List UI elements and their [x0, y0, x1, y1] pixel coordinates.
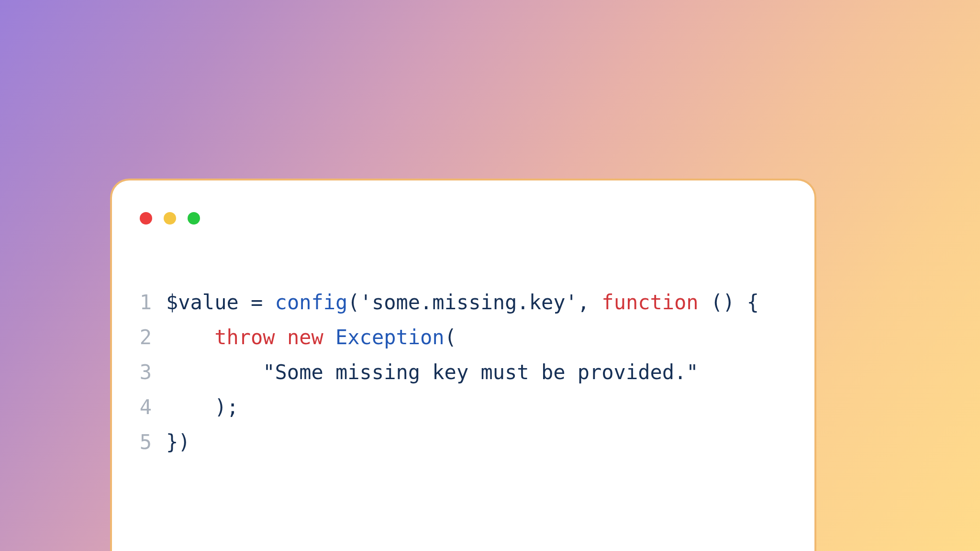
code-token: () { — [699, 291, 759, 314]
code-line: 4 ); — [138, 390, 759, 425]
code-token — [275, 326, 287, 349]
code-line: 5}) — [138, 425, 759, 460]
close-icon[interactable] — [140, 212, 152, 225]
code-line: 3 "Some missing key must be provided." — [138, 355, 759, 390]
code-token — [239, 291, 251, 314]
code-token: new — [287, 326, 323, 349]
code-token: throw — [214, 326, 275, 349]
code-token — [323, 326, 335, 349]
code-line: 2 throw new Exception( — [138, 320, 759, 355]
code-token — [166, 326, 214, 349]
code-token: 'some.missing.key' — [360, 291, 578, 314]
line-number: 2 — [138, 320, 166, 355]
code-token: "Some missing key must be provided." — [263, 360, 698, 384]
code-token: ( — [347, 291, 359, 314]
line-number: 3 — [138, 355, 166, 390]
code-token: , — [578, 291, 602, 314]
code-token: ); — [166, 395, 239, 419]
code-token: ( — [445, 326, 457, 349]
editor-window: 1$value = config('some.missing.key', fun… — [110, 179, 816, 551]
code-content: ); — [166, 390, 239, 425]
line-number: 5 — [138, 425, 166, 460]
code-token: }) — [166, 430, 190, 454]
code-line: 1$value = config('some.missing.key', fun… — [138, 285, 759, 320]
code-token — [263, 291, 275, 314]
line-number: 1 — [138, 285, 166, 320]
code-content: "Some missing key must be provided." — [166, 355, 699, 390]
code-content: }) — [166, 425, 190, 460]
minimize-icon[interactable] — [164, 212, 176, 225]
code-token: = — [251, 291, 263, 314]
code-content: $value = config('some.missing.key', func… — [166, 285, 759, 320]
code-token: Exception — [335, 326, 445, 349]
window-controls — [140, 212, 200, 225]
code-token: config — [275, 291, 348, 314]
code-token: $value — [166, 291, 239, 314]
zoom-icon[interactable] — [188, 212, 200, 225]
line-number: 4 — [138, 390, 166, 425]
code-token — [166, 360, 263, 384]
code-content: throw new Exception( — [166, 320, 457, 355]
code-block: 1$value = config('some.missing.key', fun… — [138, 285, 759, 460]
code-token: function — [601, 291, 698, 314]
